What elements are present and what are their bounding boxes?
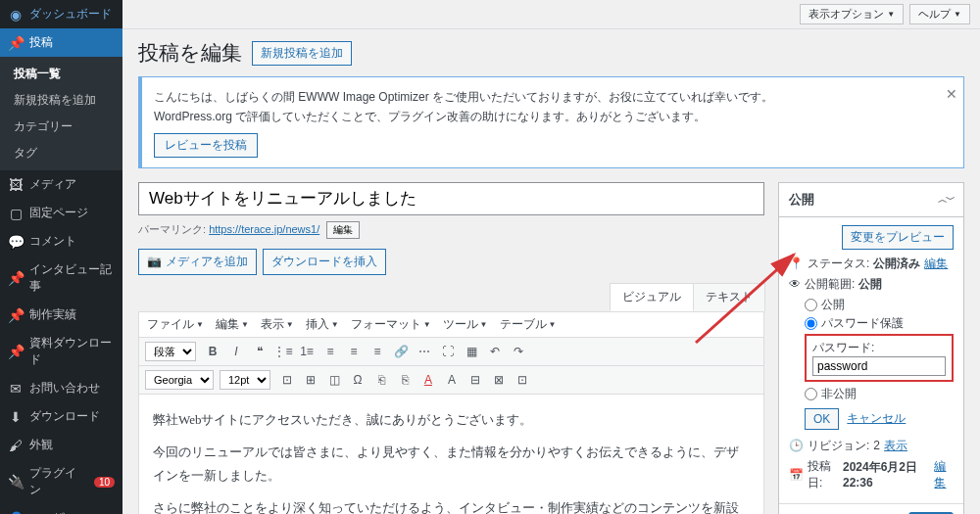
calendar-icon: 📅 xyxy=(789,468,804,482)
sidebar-item-plugins[interactable]: 🔌プラグイン10 xyxy=(0,459,122,504)
preview-button[interactable]: 変更をプレビュー xyxy=(842,225,954,250)
notice-line1: こんにちは、しばらくの間 EWWW Image Optimizer をご使用いた… xyxy=(154,87,936,107)
align-left-button[interactable]: ≡ xyxy=(319,341,341,362)
help-button[interactable]: ヘルプ ▼ xyxy=(909,4,970,24)
redo-button[interactable]: ↷ xyxy=(508,341,529,362)
menu-insert[interactable]: 挿入 ▼ xyxy=(306,316,339,333)
tab-visual[interactable]: ビジュアル xyxy=(610,283,694,311)
tb-btn-5[interactable]: ⎗ xyxy=(370,369,392,391)
sidebar-item-comments[interactable]: 💬コメント xyxy=(0,227,122,256)
review-button[interactable]: レビューを投稿 xyxy=(154,133,258,158)
permalink-edit-button[interactable]: 編集 xyxy=(326,221,360,239)
sidebar-item-contact[interactable]: ✉お問い合わせ xyxy=(0,374,122,402)
sidebar-item-appearance[interactable]: 🖌外観 xyxy=(0,431,122,459)
dashboard-icon: ◉ xyxy=(8,7,24,23)
insert-download-button[interactable]: ダウンロードを挿入 xyxy=(263,249,386,275)
menu-edit[interactable]: 編集 ▼ xyxy=(216,316,249,333)
sidebar-sub-new[interactable]: 新規投稿を追加 xyxy=(0,87,122,114)
page-icon: ▢ xyxy=(8,206,24,221)
menu-format[interactable]: フォーマット ▼ xyxy=(351,316,431,333)
date-edit-link[interactable]: 編集 xyxy=(934,458,954,491)
pin-icon: 📌 xyxy=(8,344,24,359)
sidebar-item-users[interactable]: 👤ユーザー xyxy=(0,504,122,514)
sidebar-item-pages[interactable]: ▢固定ページ xyxy=(0,199,122,227)
sidebar-sub-category[interactable]: カテゴリー xyxy=(0,114,122,140)
visibility-private-radio[interactable] xyxy=(805,388,817,400)
tb-btn-7[interactable]: ⊟ xyxy=(465,369,486,391)
sidebar-item-posts[interactable]: 📌投稿 xyxy=(0,28,122,57)
plugins-badge: 10 xyxy=(94,477,115,488)
sidebar-item-works[interactable]: 📌制作実績 xyxy=(0,301,122,329)
tb-btn-4[interactable]: Ω xyxy=(347,369,368,391)
editor: ビジュアル テキスト ファイル ▼ 編集 ▼ 表示 ▼ 挿入 ▼ フォーマット … xyxy=(138,283,764,514)
menu-table[interactable]: テーブル ▼ xyxy=(500,316,557,333)
tb-btn-2[interactable]: ⊞ xyxy=(300,369,321,391)
sidebar-item-dashboard[interactable]: ◉ダッシュボード xyxy=(0,0,122,28)
chevron-down-icon: ▼ xyxy=(887,10,895,19)
menu-file[interactable]: ファイル ▼ xyxy=(147,316,204,333)
menu-tools[interactable]: ツール ▼ xyxy=(443,316,488,333)
tb-btn-1[interactable]: ⊡ xyxy=(276,369,298,391)
align-center-button[interactable]: ≡ xyxy=(343,341,365,362)
media-icon: 🖾 xyxy=(8,177,24,193)
sidebar-item-download2[interactable]: ⬇ダウンロード xyxy=(0,402,122,431)
font-select[interactable]: Georgia xyxy=(145,370,214,390)
pin-icon: 📌 xyxy=(8,270,24,286)
more-button[interactable]: ⋯ xyxy=(414,341,435,362)
sidebar-sub-tag[interactable]: タグ xyxy=(0,140,122,166)
notice-ewww: ✕ こんにちは、しばらくの間 EWWW Image Optimizer をご使用… xyxy=(138,76,964,168)
undo-button[interactable]: ↶ xyxy=(484,341,506,362)
tb-btn-6[interactable]: ⎘ xyxy=(394,369,416,391)
bgcolor-button[interactable]: A xyxy=(441,369,463,391)
visibility-ok-button[interactable]: OK xyxy=(805,408,839,430)
link-button[interactable]: 🔗 xyxy=(390,341,412,362)
brush-icon: 🖌 xyxy=(8,438,24,453)
visibility-password-radio[interactable] xyxy=(805,317,817,330)
italic-button[interactable]: I xyxy=(225,341,247,362)
screen-options-button[interactable]: 表示オプション ▼ xyxy=(800,4,904,24)
visibility-public-radio[interactable] xyxy=(805,299,817,311)
add-new-button[interactable]: 新規投稿を追加 xyxy=(252,41,352,66)
toolbar-toggle-button[interactable]: ▦ xyxy=(461,341,482,362)
post-title-input[interactable] xyxy=(138,182,764,215)
sidebar-item-downloads[interactable]: 📌資料ダウンロード xyxy=(0,329,122,374)
tb-btn-8[interactable]: ⊠ xyxy=(488,369,510,391)
visibility-cancel-link[interactable]: キャンセル xyxy=(847,410,906,427)
toggle-icon[interactable]: ︿﹀ xyxy=(938,193,954,207)
menu-view[interactable]: 表示 ▼ xyxy=(261,316,294,333)
password-input[interactable] xyxy=(812,356,946,376)
pin-icon: 📌 xyxy=(8,307,24,323)
camera-icon: 📷 xyxy=(147,255,162,268)
sidebar-item-media[interactable]: 🖾メディア xyxy=(0,170,122,199)
clock-icon: 🕒 xyxy=(789,439,804,452)
permalink-row: パーマリンク: https://terace.jp/news1/ 編集 xyxy=(138,221,764,239)
permalink-link[interactable]: https://terace.jp/news1/ xyxy=(209,223,319,235)
ol-button[interactable]: 1≡ xyxy=(296,341,318,362)
eye-icon: 👁 xyxy=(789,277,801,291)
add-media-button[interactable]: 📷メディアを追加 xyxy=(138,249,257,275)
publish-title: 公開 xyxy=(789,191,814,209)
size-select[interactable]: 12pt xyxy=(220,370,270,390)
quote-button[interactable]: ❝ xyxy=(249,341,270,362)
ul-button[interactable]: ⋮≡ xyxy=(272,341,294,362)
tb-btn-3[interactable]: ◫ xyxy=(323,369,345,391)
sidebar-sub-list[interactable]: 投稿一覧 xyxy=(0,61,122,87)
textcolor-button[interactable]: A xyxy=(417,369,439,391)
bold-button[interactable]: B xyxy=(202,341,223,362)
user-icon: 👤 xyxy=(8,511,24,515)
mail-icon: ✉ xyxy=(8,381,24,397)
format-select[interactable]: 段落 xyxy=(145,342,196,361)
status-edit-link[interactable]: 編集 xyxy=(924,256,948,272)
revision-link[interactable]: 表示 xyxy=(884,438,907,454)
align-right-button[interactable]: ≡ xyxy=(367,341,388,362)
editor-body[interactable]: 弊社Webサイトにアクセスいただき、誠にありがとうございます。 今回のリニューア… xyxy=(139,395,763,514)
notice-line2: WordPress.org で評価していただくことで、プラグイン改善の助けになり… xyxy=(154,107,936,126)
download-icon: ⬇ xyxy=(8,409,24,425)
admin-sidebar: ◉ダッシュボード 📌投稿 投稿一覧 新規投稿を追加 カテゴリー タグ 🖾メディア… xyxy=(0,0,122,514)
tab-text[interactable]: テキスト xyxy=(693,283,765,311)
close-icon[interactable]: ✕ xyxy=(946,83,957,107)
page-title: 投稿を編集 xyxy=(138,39,242,67)
fullscreen-button[interactable]: ⛶ xyxy=(437,341,459,362)
sidebar-item-interview[interactable]: 📌インタビュー記事 xyxy=(0,256,122,301)
tb-btn-9[interactable]: ⊡ xyxy=(512,369,533,391)
